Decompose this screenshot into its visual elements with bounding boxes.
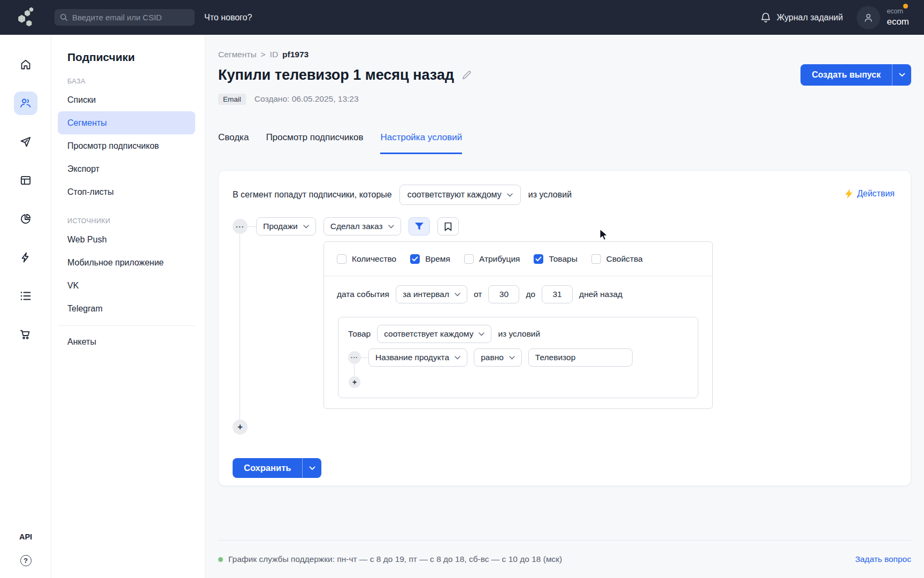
product-conditions-panel: Товар соответствует каждому из условий ·…	[338, 317, 698, 398]
interval-to-input[interactable]	[542, 285, 573, 303]
sidebar-item-vk[interactable]: VK	[51, 274, 195, 297]
interval-from-input[interactable]	[488, 285, 519, 303]
account-name: ecom	[887, 16, 909, 27]
create-issue-split-button: Создать выпуск	[800, 64, 911, 86]
quantity-checkbox[interactable]	[337, 254, 346, 264]
intro-prefix-label: В сегмент попадут подписчики, которые	[233, 190, 392, 200]
time-label: Время	[425, 254, 450, 264]
sidebar-item-web-push[interactable]: Web Push	[51, 228, 195, 251]
time-checkbox[interactable]	[410, 254, 420, 264]
category-select[interactable]: Продажи	[256, 217, 316, 235]
actions-label: Действия	[857, 189, 895, 199]
condition-menu-button[interactable]: ···	[233, 219, 248, 234]
sidebar-item-surveys[interactable]: Анкеты	[51, 330, 195, 353]
rail-item-campaigns[interactable]	[0, 123, 51, 161]
tree-line	[354, 364, 355, 376]
pencil-icon	[461, 70, 472, 80]
sidebar-item-telegram[interactable]: Telegram	[51, 297, 195, 320]
sidebar-divider	[58, 325, 195, 326]
date-mode-select[interactable]: за интервал	[396, 285, 467, 303]
match-select[interactable]: соответствуют каждому	[399, 185, 521, 205]
event-select[interactable]: Сделал заказ	[324, 217, 401, 235]
save-button[interactable]: Сохранить	[233, 458, 302, 478]
app-logo-icon[interactable]	[15, 6, 37, 29]
search-icon	[60, 13, 68, 21]
rail-item-automation[interactable]	[0, 238, 51, 277]
sidebar-section-base: БАЗА	[51, 78, 195, 85]
send-icon	[19, 135, 32, 148]
rail-item-pages[interactable]	[0, 161, 51, 200]
tab-subscribers-view[interactable]: Просмотр подписчиков	[266, 132, 363, 154]
rail-item-subscribers[interactable]	[0, 84, 51, 123]
option-time[interactable]: Время	[410, 254, 450, 264]
option-products[interactable]: Товары	[534, 254, 577, 264]
properties-checkbox[interactable]	[591, 254, 601, 264]
sidebar-title: Подписчики	[51, 51, 195, 64]
rail-item-home[interactable]	[0, 45, 51, 84]
ask-question-link[interactable]: Задать вопрос	[855, 554, 911, 564]
check-icon	[412, 256, 418, 262]
rail-item-reports[interactable]	[0, 200, 51, 238]
channel-badge: Email	[218, 94, 246, 105]
api-link[interactable]: API	[19, 533, 32, 541]
filter-button[interactable]	[409, 217, 430, 235]
rail-item-store[interactable]	[0, 315, 51, 354]
chevron-down-icon	[479, 332, 484, 336]
sidebar-item-lists[interactable]: Списки	[51, 88, 195, 111]
create-issue-dropdown-button[interactable]	[892, 64, 911, 86]
product-match-select[interactable]: соответствует каждому	[377, 325, 491, 343]
chevron-down-icon	[509, 356, 515, 360]
properties-label: Свойства	[606, 254, 643, 264]
breadcrumb-segments-link[interactable]: Сегменты	[218, 50, 257, 59]
add-condition-button[interactable]: +	[233, 420, 248, 435]
date-mode-value: за интервал	[403, 290, 449, 299]
tab-conditions[interactable]: Настройка условий	[380, 132, 462, 154]
add-product-condition-button[interactable]: +	[349, 376, 360, 388]
quantity-label: Количество	[352, 254, 396, 264]
actions-link[interactable]: Действия	[845, 189, 895, 199]
sidebar-item-export[interactable]: Экспорт	[51, 157, 195, 180]
sidebar-item-segments[interactable]: Сегменты	[58, 111, 195, 134]
intro-suffix-label: из условий	[528, 190, 572, 200]
operator-select[interactable]: равно	[474, 348, 522, 367]
option-attribution[interactable]: Атрибуция	[464, 254, 520, 264]
search-input[interactable]	[72, 13, 189, 22]
attribution-checkbox[interactable]	[464, 254, 474, 264]
create-issue-button[interactable]: Создать выпуск	[800, 64, 892, 86]
main-content: Сегменты > ID pf1973 Купили телевизор 1 …	[205, 35, 924, 578]
support-schedule-text: График службы поддержки: пн-чт — с 8 до …	[228, 554, 562, 564]
option-properties[interactable]: Свойства	[591, 254, 643, 264]
rail-item-tasks[interactable]	[0, 277, 51, 315]
edit-title-button[interactable]	[461, 70, 472, 80]
chevron-down-icon	[309, 466, 315, 470]
task-journal-link[interactable]: Журнал заданий	[760, 12, 843, 24]
save-dropdown-button[interactable]	[302, 458, 321, 478]
topbar: Что нового? Журнал заданий ecom ecom	[0, 0, 924, 35]
chevron-down-icon	[303, 225, 309, 229]
whats-new-link[interactable]: Что нового?	[204, 13, 252, 22]
product-field-select[interactable]: Название продукта	[368, 348, 467, 367]
tab-summary[interactable]: Сводка	[218, 132, 249, 154]
days-ago-label: дней назад	[579, 290, 622, 299]
users-icon	[19, 97, 32, 110]
products-checkbox[interactable]	[534, 254, 543, 264]
tree-line	[240, 234, 240, 420]
help-icon[interactable]: ?	[20, 555, 32, 566]
bookmark-button[interactable]	[437, 217, 459, 235]
product-field-value: Название продукта	[375, 353, 449, 362]
products-label: Товары	[549, 254, 577, 264]
sidebar: Подписчики БАЗА Списки Сегменты Просмотр…	[51, 35, 205, 578]
product-value-input[interactable]	[528, 348, 633, 367]
sidebar-item-subscribers-view[interactable]: Просмотр подписчиков	[51, 134, 195, 157]
notification-dot	[903, 4, 908, 9]
home-icon	[19, 58, 32, 71]
sidebar-item-stop-lists[interactable]: Стоп-листы	[51, 180, 195, 203]
avatar	[857, 6, 880, 29]
sidebar-item-mobile-app[interactable]: Мобильное приложение	[51, 251, 195, 274]
product-condition-menu-button[interactable]: ···	[348, 351, 361, 364]
account-menu[interactable]: ecom ecom	[857, 6, 909, 29]
option-quantity[interactable]: Количество	[337, 254, 396, 264]
product-match-value: соответствует каждому	[384, 329, 473, 339]
chevron-right-icon: >	[261, 50, 266, 59]
bookmark-icon	[444, 222, 452, 231]
